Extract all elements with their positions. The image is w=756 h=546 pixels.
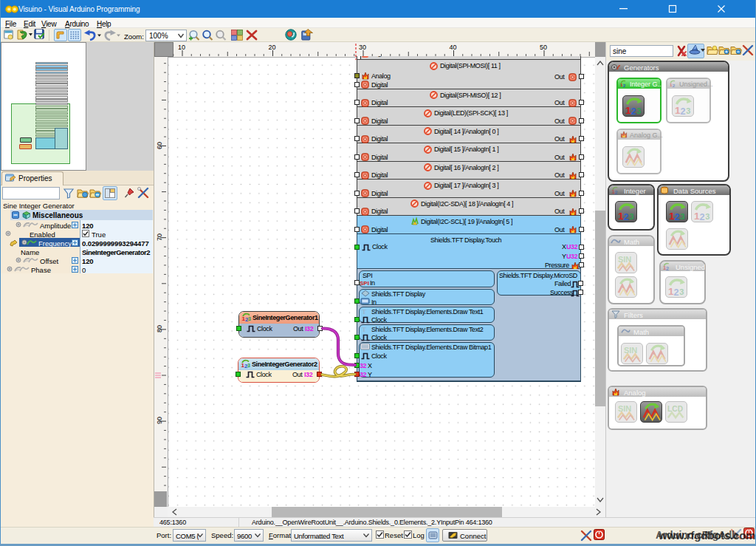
svg-text:1: 1 — [675, 104, 681, 115]
svg-text:2: 2 — [674, 287, 679, 298]
svg-text:1: 1 — [668, 286, 674, 297]
svg-text:1: 1 — [625, 104, 631, 115]
svg-text:3: 3 — [680, 212, 684, 221]
svg-text:3: 3 — [636, 106, 641, 115]
svg-text:2: 2 — [615, 189, 618, 196]
svg-text:1: 1 — [669, 211, 675, 222]
svg-text:2: 2 — [666, 265, 669, 272]
svg-text:3: 3 — [679, 287, 684, 296]
svg-text:2: 2 — [623, 82, 626, 87]
svg-text:2: 2 — [681, 106, 686, 117]
svg-text:2: 2 — [675, 211, 680, 222]
svg-text:3: 3 — [705, 212, 709, 221]
svg-text:2: 2 — [631, 106, 636, 117]
svg-text:1: 1 — [694, 211, 700, 222]
svg-text:2: 2 — [673, 82, 676, 87]
svg-text:3: 3 — [629, 212, 633, 221]
svg-text:LCD: LCD — [667, 405, 683, 413]
svg-text:3: 3 — [686, 106, 690, 115]
svg-text:2: 2 — [624, 211, 629, 222]
svg-text:2: 2 — [700, 211, 705, 222]
svg-text:1: 1 — [618, 211, 624, 222]
